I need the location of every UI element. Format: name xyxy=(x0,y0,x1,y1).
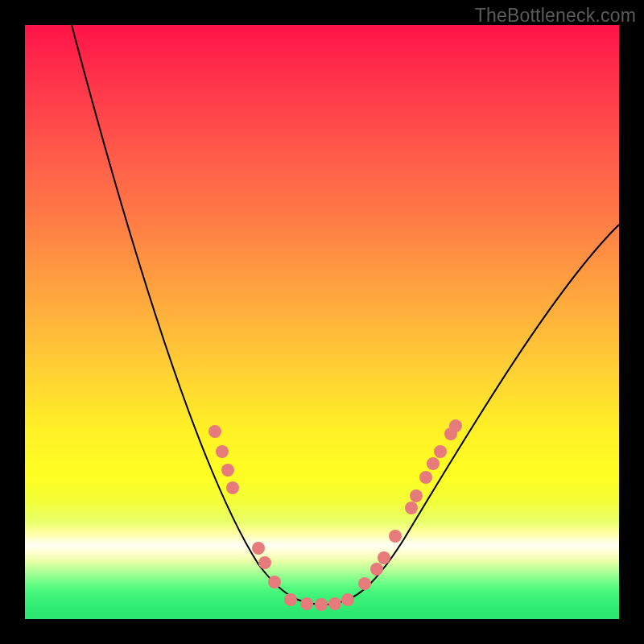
data-point xyxy=(284,593,297,606)
data-point xyxy=(315,598,328,611)
data-point xyxy=(405,502,418,514)
curve-layer xyxy=(72,25,619,605)
chart-svg xyxy=(25,25,619,619)
data-point xyxy=(328,597,341,610)
data-point xyxy=(449,419,462,432)
data-point xyxy=(358,577,371,590)
data-point xyxy=(410,489,423,502)
data-point xyxy=(252,542,265,555)
data-point xyxy=(419,471,432,484)
data-point xyxy=(258,556,271,569)
data-point xyxy=(434,445,447,458)
data-point xyxy=(389,530,402,543)
data-point xyxy=(370,563,383,576)
dots-layer xyxy=(208,419,462,611)
data-point xyxy=(378,551,390,564)
data-point xyxy=(341,593,354,606)
data-point xyxy=(268,576,281,588)
plot-area xyxy=(25,25,619,619)
bottleneck-curve xyxy=(72,25,619,605)
chart-frame: TheBottleneck.com xyxy=(0,0,644,644)
data-point xyxy=(226,481,239,494)
data-point xyxy=(208,425,221,438)
data-point xyxy=(300,597,313,610)
watermark-text: TheBottleneck.com xyxy=(475,5,636,27)
data-point xyxy=(221,464,234,477)
data-point xyxy=(216,445,229,458)
data-point xyxy=(427,457,440,470)
